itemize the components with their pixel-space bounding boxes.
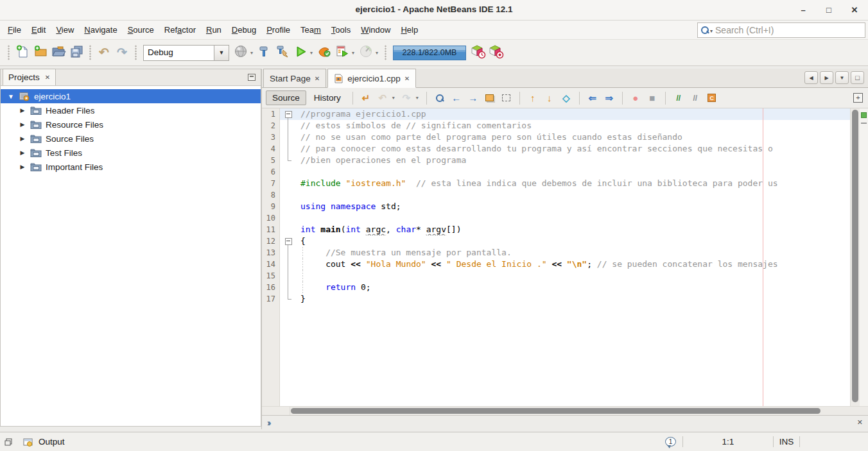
- maximize-button[interactable]: □: [822, 3, 836, 17]
- line-number[interactable]: 3: [262, 132, 280, 143]
- go-to-header-source-button[interactable]: C: [704, 90, 720, 106]
- menu-refactor[interactable]: Refactor: [159, 22, 201, 38]
- line-number[interactable]: 14: [262, 259, 280, 270]
- uncomment-button[interactable]: //: [688, 90, 703, 106]
- fold-marker[interactable]: [280, 108, 297, 120]
- collapse-arrow-icon[interactable]: ▶: [19, 149, 26, 156]
- code-text[interactable]: [297, 270, 850, 282]
- shift-line-right-button[interactable]: ⇒: [602, 90, 617, 106]
- code-text[interactable]: [297, 212, 850, 224]
- tree-item-source-files[interactable]: ▶Source Files: [1, 132, 261, 146]
- menu-edit[interactable]: Edit: [26, 22, 51, 38]
- expand-arrow-icon[interactable]: ▼: [7, 93, 15, 100]
- next-bookmark-button[interactable]: ↓: [542, 90, 557, 106]
- menu-source[interactable]: Source: [123, 22, 159, 38]
- new-project-button[interactable]: [31, 44, 49, 62]
- code-text[interactable]: // no se usan como parte del programa pe…: [297, 132, 850, 143]
- menu-navigate[interactable]: Navigate: [79, 22, 122, 38]
- code-text[interactable]: //bien operaciones en el programa: [297, 155, 850, 166]
- comment-button[interactable]: //: [671, 90, 686, 106]
- new-file-button[interactable]: [13, 44, 31, 62]
- code-text[interactable]: [297, 189, 850, 201]
- toggle-bookmark-button[interactable]: ◇: [559, 90, 574, 106]
- horizontal-scrollbar[interactable]: [262, 406, 868, 415]
- find-next-occurrence-button[interactable]: →: [465, 90, 481, 106]
- configuration-gauge-button[interactable]: [357, 44, 375, 62]
- ide-configuration-button[interactable]: [232, 44, 250, 62]
- line-number[interactable]: 15: [262, 270, 280, 282]
- search-input[interactable]: [715, 25, 862, 35]
- search-dropdown-icon[interactable]: ▾: [710, 28, 713, 34]
- redo-button[interactable]: ↷: [113, 44, 131, 62]
- undo-button[interactable]: ↶: [95, 44, 113, 62]
- close-icon[interactable]: ✕: [315, 75, 320, 82]
- profile-stop-button[interactable]: [487, 44, 505, 62]
- collapse-arrow-icon[interactable]: ▶: [19, 135, 26, 142]
- menu-team[interactable]: Team: [295, 22, 326, 38]
- line-number[interactable]: 9: [262, 201, 280, 212]
- fold-marker[interactable]: [280, 132, 297, 143]
- dropdown-caret-icon[interactable]: ▾: [310, 50, 315, 56]
- tree-item-header-files[interactable]: ▶Header Files: [1, 103, 261, 117]
- close-icon[interactable]: ✕: [404, 75, 410, 82]
- shift-line-left-button[interactable]: ⇐: [585, 90, 600, 106]
- maximize-window-button[interactable]: □: [851, 71, 864, 84]
- line-number[interactable]: 8: [262, 189, 280, 201]
- run-project-button[interactable]: [291, 44, 309, 62]
- dropdown-caret-icon[interactable]: ▾: [416, 95, 421, 101]
- line-number[interactable]: 12: [262, 235, 280, 247]
- toggle-highlight-search-button[interactable]: [482, 90, 498, 106]
- vertical-scrollbar-thumb[interactable]: [852, 110, 858, 402]
- breadcrumb-close-icon[interactable]: ✕: [857, 418, 863, 427]
- menu-help[interactable]: Help: [395, 22, 423, 38]
- collapse-arrow-icon[interactable]: ▶: [19, 164, 26, 170]
- fold-marker[interactable]: [280, 259, 297, 270]
- tree-item-important-files[interactable]: ▶Important Files: [1, 160, 261, 174]
- line-number[interactable]: 4: [262, 143, 280, 155]
- split-document-button[interactable]: +: [853, 93, 863, 103]
- menu-window[interactable]: Window: [356, 22, 395, 38]
- code-text[interactable]: cout << "Hola Mundo" << " Desde el Inici…: [297, 259, 850, 270]
- menu-view[interactable]: View: [51, 22, 79, 38]
- build-project-button[interactable]: [256, 44, 273, 62]
- profile-points-button[interactable]: [469, 44, 487, 62]
- line-number[interactable]: 11: [262, 224, 280, 235]
- save-all-button[interactable]: [67, 44, 85, 62]
- source-view-button[interactable]: Source: [266, 90, 306, 105]
- scroll-tabs-left-button[interactable]: ◀: [804, 71, 818, 84]
- restore-window-icon[interactable]: [4, 438, 15, 447]
- fold-marker[interactable]: [280, 282, 297, 293]
- code-text[interactable]: return 0;: [297, 282, 850, 293]
- configuration-combobox[interactable]: Debug▼: [143, 45, 229, 61]
- fold-marker[interactable]: [280, 120, 297, 132]
- code-text[interactable]: }: [297, 293, 850, 305]
- memory-indicator[interactable]: 228.1/822.0MB: [393, 46, 466, 60]
- code-text[interactable]: // para conocer como estas desarrollando…: [297, 143, 850, 155]
- last-edit-position-button[interactable]: ↵: [358, 90, 374, 106]
- collapse-arrow-icon[interactable]: ▶: [19, 107, 26, 114]
- code-text[interactable]: //programa ejercicio1.cpp: [297, 108, 850, 120]
- line-number[interactable]: 16: [262, 282, 280, 293]
- menu-debug[interactable]: Debug: [227, 22, 261, 38]
- code-text[interactable]: //Se muestra un mensaje por pantalla.: [297, 247, 850, 259]
- find-previous-occurrence-button[interactable]: ←: [449, 90, 464, 106]
- code-text[interactable]: int main(int argc, char* argv[]): [297, 224, 850, 235]
- editor-tab-ejercicio1-cpp[interactable]: ejercicio1.cpp✕: [327, 69, 416, 88]
- line-number[interactable]: 10: [262, 212, 280, 224]
- notifications-icon[interactable]: 1: [665, 437, 676, 447]
- close-button[interactable]: ✕: [847, 3, 862, 17]
- projects-tab[interactable]: Projects ✕: [3, 69, 56, 85]
- code-text[interactable]: #include "iostream.h" // esta linea indi…: [297, 178, 850, 189]
- open-project-button[interactable]: [49, 44, 67, 62]
- projects-tree[interactable]: ▼ejercicio1▶Header Files▶Resource Files▶…: [0, 86, 261, 427]
- close-icon[interactable]: ✕: [45, 74, 50, 81]
- line-number[interactable]: 6: [262, 166, 280, 178]
- minimize-panel-icon[interactable]: [248, 74, 256, 81]
- forward-button[interactable]: ↷: [399, 90, 414, 106]
- rectangular-selection-button[interactable]: [499, 90, 514, 106]
- back-button[interactable]: ↶: [375, 90, 390, 106]
- line-number[interactable]: 1: [262, 108, 280, 120]
- tree-item-test-files[interactable]: ▶Test Files: [1, 146, 261, 160]
- code-editor[interactable]: 1//programa ejercicio1.cpp2// estos símb…: [262, 108, 850, 406]
- combo-dropdown-icon[interactable]: ▼: [214, 45, 229, 61]
